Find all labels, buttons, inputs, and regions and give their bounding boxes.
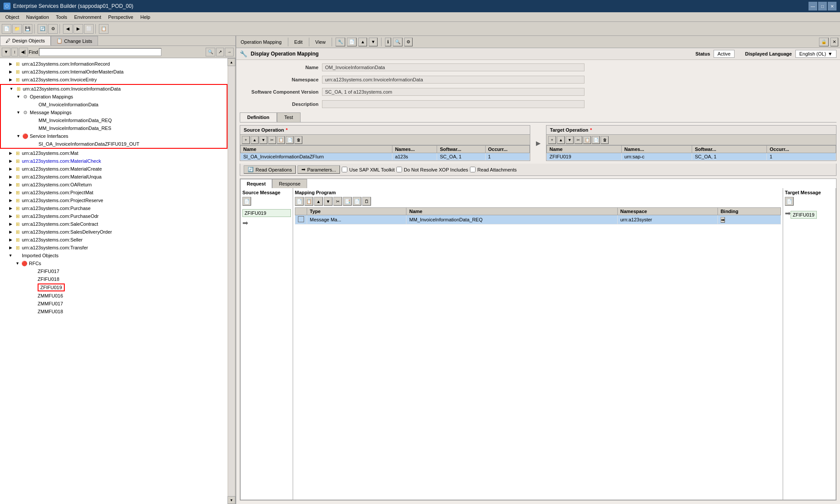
menu-environment[interactable]: Environment (70, 14, 105, 21)
toggle-icon[interactable]: ▼ (8, 87, 15, 91)
tab-test[interactable]: Test (277, 112, 301, 122)
target-btn-7[interactable]: 🗑 (601, 136, 609, 144)
toolbar-btn-3[interactable]: 💾 (23, 24, 32, 34)
toolbar-btn-5[interactable]: ⚙ (48, 24, 58, 34)
list-item[interactable]: ▶ ⊞ urn:a123systems.com:PurchaseOdr (0, 212, 228, 220)
list-item[interactable]: ▶ ⊞ urn:a123systems.com:SalesDeliveryOrd… (0, 228, 228, 236)
title-bar-controls[interactable]: — □ ✕ (808, 2, 836, 10)
find-icon-btn[interactable]: 🔍 (206, 48, 215, 56)
right-toolbar-btn-5[interactable]: ℹ (385, 38, 391, 46)
list-item[interactable]: ▼ 🔴 RFCs (0, 259, 228, 267)
list-item[interactable]: ▶ ⊞ urn:a123systems.com:Purchase (0, 204, 228, 212)
toolbar-btn-8[interactable]: ⬜ (84, 24, 94, 34)
list-item[interactable]: ▶ ⊞ urn:a123systems.com:SaleContract (0, 220, 228, 228)
list-item[interactable]: ZMMFU018 (0, 308, 228, 315)
source-add-btn[interactable]: + (242, 136, 250, 144)
find-input[interactable] (39, 48, 161, 56)
toolbar-operation-mapping[interactable]: Operation Mapping (238, 38, 284, 46)
list-item[interactable]: ▼ 🔴 Service Interfaces (1, 132, 227, 140)
list-item[interactable]: MM_InvoiceInformationData_REQ (1, 116, 227, 124)
menu-navigation[interactable]: Navigation (23, 14, 52, 21)
sort-btn[interactable]: ↕ (11, 48, 18, 56)
source-btn-7[interactable]: 🗑 (294, 136, 302, 144)
toggle-icon[interactable]: ▶ (7, 167, 14, 171)
toolbar-btn-4[interactable]: 🔄 (38, 24, 47, 34)
tab-definition[interactable]: Definition (240, 112, 277, 122)
list-item[interactable]: ▶ ⊞ urn:a123systems.com:ProjectMat (0, 189, 228, 196)
menu-help[interactable]: Help (137, 14, 154, 21)
toggle-icon[interactable]: ▶ (7, 70, 14, 74)
attachments-checkbox[interactable] (470, 167, 476, 172)
list-item[interactable]: ZMMFU017 (0, 300, 228, 308)
source-msg-btn[interactable]: 📄 (242, 197, 251, 206)
xop-checkbox[interactable] (396, 167, 402, 172)
target-add-btn[interactable]: + (548, 136, 556, 144)
toolbar-btn-6[interactable]: ◀ (63, 24, 73, 34)
toolbar-view[interactable]: View (313, 38, 329, 46)
list-item[interactable]: ZFIFU017 (0, 267, 228, 275)
tab-change-lists[interactable]: 📋 Change Lists (51, 36, 98, 46)
toggle-icon[interactable]: ▼ (15, 94, 22, 99)
toggle-icon[interactable]: ▼ (14, 261, 21, 266)
target-btn-3[interactable]: ▼ (566, 136, 574, 144)
list-item[interactable]: OM_InvoiceInformationData (1, 101, 227, 108)
find-back-btn[interactable]: ◀| (19, 48, 28, 56)
list-item[interactable]: MM_InvoiceInformationData_RES (1, 124, 227, 132)
list-item[interactable]: ▶ ⊞ urn:a123systems.com:InternalOrderMas… (0, 68, 228, 76)
prog-btn-6[interactable]: 📑 (343, 197, 352, 206)
target-msg-btn[interactable]: 📄 (785, 197, 794, 206)
right-toolbar-btn-4[interactable]: ▼ (369, 38, 378, 46)
list-item[interactable]: ▶ ⊞ urn:a123systems.com:MaterialCheck (0, 157, 228, 165)
toggle-icon[interactable]: ▶ (7, 206, 14, 210)
toolbar-btn-9[interactable]: 📋 (99, 24, 108, 34)
right-toolbar-btn-3[interactable]: ▲ (358, 38, 367, 46)
toggle-icon[interactable]: ▶ (7, 238, 14, 242)
right-toolbar-btn-7[interactable]: ⚙ (404, 38, 413, 46)
toolbar-edit[interactable]: Edit (292, 38, 305, 46)
prog-btn-2[interactable]: 📋 (304, 197, 313, 206)
toggle-icon[interactable]: ▶ (7, 175, 14, 179)
right-toolbar-btn-6[interactable]: 🔍 (393, 38, 402, 46)
target-btn-5[interactable]: 📋 (583, 136, 591, 144)
list-item[interactable]: ▼ Imported Objects (0, 252, 228, 259)
menu-tools[interactable]: Tools (52, 14, 71, 21)
source-btn-4[interactable]: ✂ (268, 136, 276, 144)
prog-btn-1[interactable]: 📄 (295, 197, 304, 206)
prog-btn-7[interactable]: 📄 (353, 197, 361, 206)
target-btn-6[interactable]: 📄 (592, 136, 600, 144)
toggle-icon[interactable]: ▶ (7, 198, 14, 203)
toggle-icon[interactable]: ▶ (7, 151, 14, 155)
list-item[interactable]: ▶ ⊞ urn:a123systems.com:MaterialUnqua (0, 173, 228, 181)
table-row[interactable]: SI_OA_InvoiceInformationDataZFIurn a123s… (241, 153, 530, 161)
prog-btn-4[interactable]: ▼ (324, 197, 332, 206)
right-toolbar-btn-2[interactable]: 📄 (347, 38, 357, 46)
prog-btn-8[interactable]: 🗒 (362, 197, 371, 206)
lang-dropdown-icon[interactable]: ▼ (828, 51, 833, 56)
prog-btn-3[interactable]: ▲ (314, 197, 323, 206)
close-button[interactable]: ✕ (828, 2, 836, 10)
list-item[interactable]: ▶ ⊞ urn:a123systems.com:Transfer (0, 244, 228, 252)
list-item[interactable]: ▶ ⊞ urn:a123systems.com:Mat (0, 149, 228, 157)
toggle-icon[interactable]: ▶ (7, 190, 14, 195)
list-item[interactable]: ▶ ⊞ urn:a123systems.com:MaterialCreate (0, 165, 228, 173)
filter-btn[interactable]: ▼ (2, 48, 10, 56)
list-item[interactable]: ▶ ⊞ urn:a123systems.com:InformationRecor… (0, 60, 228, 68)
list-item[interactable]: ▼ ⊞ urn:a123systems.com:InvoiceInformati… (1, 85, 227, 93)
list-item[interactable]: ▼ ⚙ Message Mappings (1, 108, 227, 116)
source-btn-6[interactable]: 📄 (286, 136, 294, 144)
minimize-button[interactable]: — (808, 2, 817, 10)
toggle-icon[interactable]: ▼ (15, 110, 22, 115)
toggle-icon[interactable]: ▼ (7, 253, 14, 258)
toggle-icon[interactable]: ▶ (7, 62, 14, 66)
source-btn-2[interactable]: ▲ (251, 136, 259, 144)
prog-btn-5[interactable]: ✂ (333, 197, 342, 206)
target-btn-2[interactable]: ▲ (557, 136, 565, 144)
menu-object[interactable]: Object (2, 14, 23, 21)
list-item[interactable]: ▶ ⊞ urn:a123systems.com:OAReturn (0, 181, 228, 189)
right-toolbar-btn-x[interactable]: ✕ (830, 38, 838, 46)
tab-response[interactable]: Response (272, 179, 307, 188)
source-message-item[interactable]: ZFIFU019 (242, 209, 291, 217)
list-item[interactable]: ZMMFU016 (0, 292, 228, 300)
tab-design-objects[interactable]: 🖊 Design Objects (0, 36, 51, 46)
expand-btn[interactable]: ↗ (216, 48, 224, 56)
